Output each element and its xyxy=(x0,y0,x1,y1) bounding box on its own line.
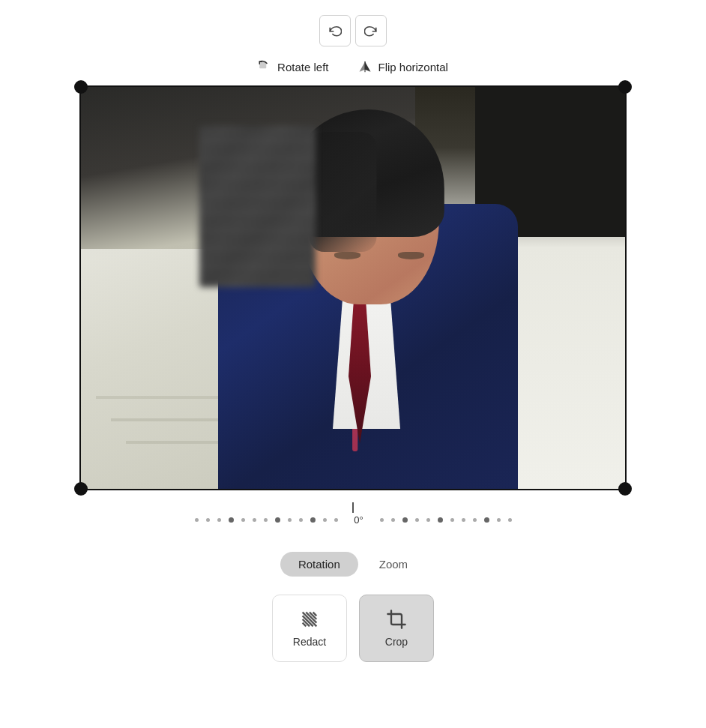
redact-icon xyxy=(299,609,320,630)
image-canvas[interactable] xyxy=(79,85,627,490)
mode-tabs: Rotation Zoom xyxy=(280,552,426,577)
action-bar: Rotate left Flip horizontal xyxy=(258,60,448,73)
tools-row: Redact Crop xyxy=(272,595,434,662)
ruler-dot xyxy=(415,518,419,522)
crop-handle-top-left[interactable] xyxy=(74,80,88,94)
ruler-dot xyxy=(497,518,501,522)
flip-horizontal-label: Flip horizontal xyxy=(378,61,447,73)
ruler-dot xyxy=(229,517,234,523)
ruler-dot xyxy=(288,518,292,522)
ruler-dot xyxy=(462,518,465,522)
ruler-dot xyxy=(275,517,280,523)
svg-rect-0 xyxy=(259,61,266,68)
undo-redo-toolbar xyxy=(319,15,387,46)
redact-label: Redact xyxy=(293,636,326,648)
rotate-left-label: Rotate left xyxy=(277,61,328,73)
crop-handle-bottom-right[interactable] xyxy=(618,482,632,496)
crop-handle-top-right[interactable] xyxy=(618,80,632,94)
ruler-dot xyxy=(473,518,477,522)
svg-marker-2 xyxy=(365,61,371,72)
ruler-dot xyxy=(264,518,268,522)
ruler-dot xyxy=(402,517,408,523)
tab-zoom[interactable]: Zoom xyxy=(361,552,426,577)
redo-button[interactable] xyxy=(355,15,387,46)
ruler-dot xyxy=(484,517,489,523)
ruler-dot xyxy=(508,518,512,522)
ruler-dot xyxy=(438,517,443,523)
ruler-dot xyxy=(310,517,316,523)
flip-horizontal-icon xyxy=(358,60,372,73)
crop-handle-bottom-left[interactable] xyxy=(74,482,88,496)
tab-rotation[interactable]: Rotation xyxy=(280,552,358,577)
svg-marker-1 xyxy=(360,61,366,72)
ruler-dot xyxy=(241,518,245,522)
ruler-dot xyxy=(195,518,199,522)
redact-overlay xyxy=(199,126,316,287)
rotate-left-icon xyxy=(258,60,271,73)
undo-button[interactable] xyxy=(319,15,351,46)
ruler-dot xyxy=(380,518,384,522)
ruler-dot xyxy=(450,518,454,522)
ruler-dot xyxy=(206,518,210,522)
crop-label: Crop xyxy=(385,636,408,648)
ruler-dot xyxy=(426,518,430,522)
crop-icon xyxy=(386,609,407,630)
ruler-dot xyxy=(299,518,303,522)
image-preview xyxy=(81,87,625,489)
redo-icon xyxy=(364,24,378,37)
ruler-center-tick xyxy=(352,502,354,513)
ruler-dot xyxy=(323,518,327,522)
ruler-dot xyxy=(391,518,395,522)
ruler-dot xyxy=(334,518,338,522)
redact-tool-button[interactable]: Redact xyxy=(272,595,347,662)
rotation-ruler[interactable]: 0° xyxy=(79,502,627,538)
rotate-left-button[interactable]: Rotate left xyxy=(258,60,328,73)
ruler-dot xyxy=(253,518,256,522)
flip-horizontal-button[interactable]: Flip horizontal xyxy=(358,60,447,73)
ruler-dots: 0° xyxy=(79,514,627,526)
ruler-dot xyxy=(217,518,221,522)
rotation-degree-label: 0° xyxy=(354,514,363,526)
crop-tool-button[interactable]: Crop xyxy=(359,595,434,662)
undo-icon xyxy=(328,24,342,37)
